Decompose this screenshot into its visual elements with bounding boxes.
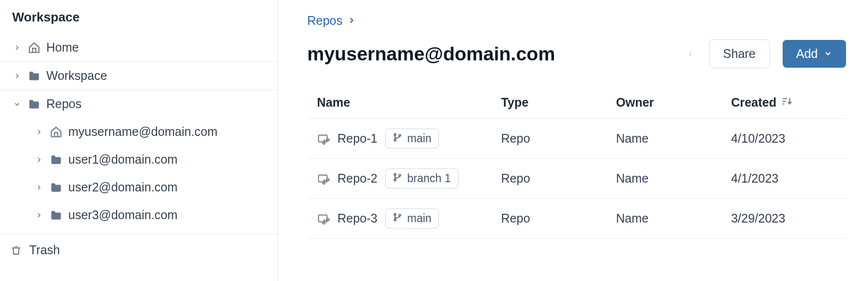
- sidebar-item-user-folder[interactable]: myusername@domain.com: [0, 118, 277, 146]
- cell-created: 4/10/2023: [731, 131, 846, 146]
- svg-point-24: [399, 214, 401, 216]
- folder-icon: [50, 209, 62, 222]
- sidebar-item-repos[interactable]: Repos: [0, 90, 277, 118]
- chevron-right-icon: [12, 71, 22, 81]
- table-row[interactable]: Repo-3 main Repo Name 3/29/2023: [307, 199, 846, 239]
- table-row[interactable]: Repo-1 main Repo Name 4/10/2023: [307, 119, 846, 159]
- branch-icon: [393, 132, 402, 145]
- cell-type: Repo: [501, 211, 616, 225]
- repo-name: Repo-1: [337, 131, 377, 146]
- sidebar-item-user-folder[interactable]: user2@domain.com: [0, 173, 277, 201]
- chevron-right-icon: [347, 14, 356, 28]
- svg-point-10: [394, 133, 396, 135]
- table-header: Name Type Owner Created: [307, 89, 846, 119]
- column-header-owner[interactable]: Owner: [616, 95, 731, 110]
- repo-icon: [317, 212, 330, 225]
- cell-name: Repo-3 main: [317, 208, 501, 228]
- svg-point-9: [327, 139, 329, 141]
- page-header: myusername@domain.com Share Add: [307, 39, 846, 68]
- cell-type: Repo: [501, 171, 616, 186]
- column-header-created[interactable]: Created: [731, 95, 846, 110]
- svg-point-1: [690, 54, 690, 55]
- home-icon: [28, 41, 40, 54]
- cell-type: Repo: [501, 131, 616, 146]
- page-title: myusername@domain.com: [307, 43, 555, 65]
- sidebar: Workspace Home Workspace Repos: [0, 0, 278, 281]
- cell-owner: Name: [616, 211, 731, 225]
- svg-point-14: [323, 182, 325, 184]
- cell-owner: Name: [616, 131, 731, 146]
- breadcrumb-root[interactable]: Repos: [307, 14, 342, 28]
- sidebar-item-trash[interactable]: Trash: [0, 234, 277, 266]
- column-header-name[interactable]: Name: [317, 95, 501, 110]
- sidebar-item-user-folder[interactable]: user1@domain.com: [0, 146, 277, 173]
- breadcrumb: Repos: [307, 14, 846, 28]
- branch-pill[interactable]: main: [385, 208, 439, 228]
- svg-rect-7: [318, 135, 327, 142]
- sidebar-item-label: user1@domain.com: [68, 152, 178, 167]
- cell-owner: Name: [616, 171, 731, 186]
- sidebar-item-label: Trash: [29, 243, 60, 257]
- svg-point-18: [399, 174, 401, 176]
- sidebar-item-label: Workspace: [46, 69, 107, 83]
- kebab-menu-icon[interactable]: [687, 47, 696, 61]
- sidebar-item-workspace[interactable]: Workspace: [0, 61, 277, 90]
- button-label: Add: [796, 48, 818, 60]
- branch-icon: [393, 212, 402, 225]
- branch-label: branch 1: [407, 172, 451, 185]
- main-content: Repos myusername@domain.com Share Add Na…: [278, 0, 868, 281]
- home-icon: [50, 126, 62, 138]
- svg-point-15: [327, 179, 329, 181]
- svg-point-20: [323, 222, 325, 224]
- trash-icon: [10, 244, 22, 257]
- folder-icon: [50, 153, 62, 166]
- cell-name: Repo-2 branch 1: [317, 169, 501, 188]
- svg-point-11: [394, 139, 396, 141]
- svg-point-12: [399, 134, 401, 136]
- chevron-right-icon: [34, 210, 44, 220]
- repo-icon: [317, 132, 330, 145]
- sidebar-item-label: Home: [46, 40, 79, 55]
- svg-point-17: [394, 179, 396, 181]
- svg-point-16: [394, 173, 396, 175]
- svg-rect-19: [318, 215, 327, 222]
- sidebar-item-label: user2@domain.com: [68, 180, 178, 194]
- sort-desc-icon: [781, 95, 792, 110]
- cell-created: 4/1/2023: [731, 171, 846, 186]
- button-label: Share: [723, 48, 756, 60]
- branch-label: main: [407, 212, 432, 225]
- chevron-down-icon: [824, 48, 832, 60]
- table-row[interactable]: Repo-2 branch 1 Repo Name 4/1/2023: [307, 159, 846, 199]
- branch-label: main: [407, 132, 432, 145]
- column-header-label: Created: [731, 95, 776, 110]
- branch-icon: [393, 172, 402, 185]
- svg-point-0: [690, 52, 690, 53]
- branch-pill[interactable]: main: [385, 129, 439, 149]
- repo-name: Repo-3: [337, 211, 377, 225]
- chevron-right-icon: [34, 155, 44, 165]
- sidebar-title: Workspace: [0, 0, 277, 34]
- sidebar-item-label: user3@domain.com: [68, 208, 178, 222]
- chevron-right-icon: [34, 127, 44, 137]
- folder-icon: [50, 181, 62, 194]
- sidebar-item-home[interactable]: Home: [0, 34, 277, 61]
- repo-name: Repo-2: [337, 171, 377, 186]
- branch-pill[interactable]: branch 1: [385, 169, 458, 188]
- folder-icon: [28, 98, 40, 111]
- add-button[interactable]: Add: [783, 40, 846, 68]
- svg-point-8: [323, 142, 325, 144]
- header-actions: Share Add: [687, 39, 846, 68]
- svg-point-2: [690, 55, 690, 56]
- svg-point-21: [327, 219, 329, 221]
- svg-rect-13: [318, 175, 327, 182]
- repo-table: Name Type Owner Created Repo-1: [307, 89, 846, 239]
- cell-created: 3/29/2023: [731, 211, 846, 225]
- chevron-right-icon: [34, 183, 44, 192]
- column-header-type[interactable]: Type: [501, 95, 616, 110]
- cell-name: Repo-1 main: [317, 129, 501, 149]
- sidebar-item-label: Repos: [46, 97, 81, 111]
- svg-point-22: [394, 213, 396, 215]
- chevron-right-icon: [12, 43, 22, 53]
- share-button[interactable]: Share: [709, 39, 770, 68]
- sidebar-item-user-folder[interactable]: user3@domain.com: [0, 201, 277, 229]
